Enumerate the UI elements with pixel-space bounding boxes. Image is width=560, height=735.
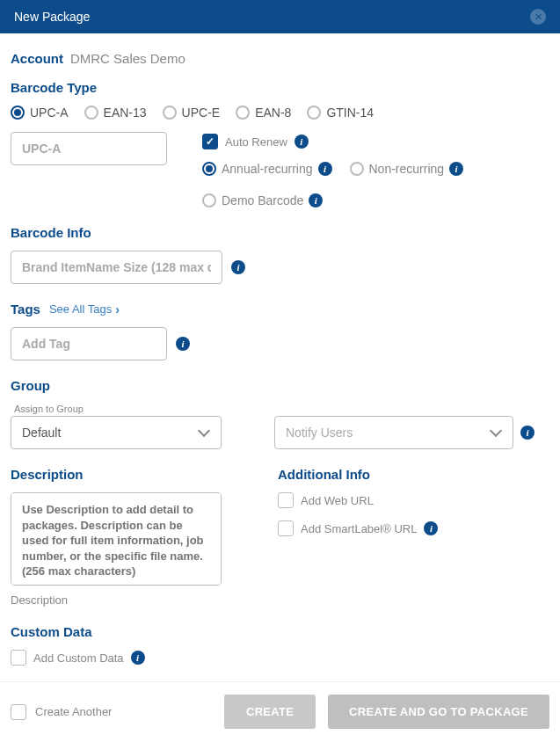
group-title: Group [11,378,549,393]
radio-icon [202,193,216,207]
auto-renew-row: Auto Renew i [202,134,549,149]
info-icon[interactable]: i [520,426,535,440]
radio-annual-recurring[interactable]: Annual-recurringi [202,162,332,176]
description-helper: Description [11,593,222,607]
barcode-type-title: Barcode Type [11,80,549,95]
radio-label: EAN-8 [255,106,291,120]
radio-icon [236,106,250,120]
dialog-content: Account DMRC Sales Demo Barcode Type UPC… [0,33,560,681]
add-custom-data-label: Add Custom Data [33,651,124,665]
dialog-footer: Create Another CREATE CREATE AND GO TO P… [0,681,560,735]
description-section: Description Description [11,467,222,607]
auto-renew-checkbox[interactable] [202,134,218,149]
info-icon[interactable]: i [176,337,190,351]
add-web-url-label: Add Web URL [301,494,374,507]
radio-non-recurring[interactable]: Non-recurringi [350,162,464,176]
add-web-url-checkbox[interactable] [278,492,294,508]
barcode-info-section: Barcode Info i [11,225,549,284]
radio-upc-e[interactable]: UPC-E [163,106,221,120]
radio-icon [163,106,177,120]
radio-ean-13[interactable]: EAN-13 [84,106,147,120]
radio-label: UPC-A [30,106,69,120]
barcode-info-title: Barcode Info [11,225,549,240]
notify-users-placeholder: Notify Users [286,426,353,440]
add-web-url-row: Add Web URL [278,492,438,508]
info-icon[interactable]: i [424,521,438,535]
radio-label: Demo Barcode [222,193,303,207]
radio-icon [11,106,25,120]
custom-data-section: Custom Data Add Custom Data i [11,624,549,666]
radio-label: Annual-recurring [222,162,313,176]
description-title: Description [11,467,222,482]
radio-icon [350,162,364,176]
dialog-header: New Package ✕ [0,0,560,33]
info-icon[interactable]: i [449,162,463,176]
radio-icon [202,162,216,176]
info-icon[interactable]: i [131,651,145,665]
info-icon[interactable]: i [318,162,332,176]
add-tag-input[interactable] [11,327,167,360]
assign-group-label: Assign to Group [14,404,222,414]
custom-data-title: Custom Data [11,624,549,639]
barcode-type-section: Barcode Type UPC-A EAN-13 UPC-E EAN-8 GT… [11,80,549,207]
group-section: Group Assign to Group Default Notify Use… [11,378,549,449]
barcode-type-radios: UPC-A EAN-13 UPC-E EAN-8 GTIN-14 [11,106,549,120]
additional-info-title: Additional Info [278,467,438,482]
dialog-title: New Package [14,10,90,24]
create-another-checkbox[interactable] [11,704,26,720]
barcode-type-input[interactable] [11,132,167,165]
barcode-info-input[interactable] [11,251,222,284]
account-label: Account [11,51,63,66]
add-smartlabel-row: Add SmartLabel® URL i [278,520,438,536]
add-smartlabel-checkbox[interactable] [278,520,294,536]
see-all-tags-link[interactable]: See All Tags › [49,302,120,317]
tags-section: Tags See All Tags › i [11,302,549,360]
auto-renew-label: Auto Renew [225,135,287,149]
info-icon[interactable]: i [309,193,323,207]
radio-label: Non-recurring [369,162,445,176]
notify-users-select[interactable]: Notify Users [274,416,513,449]
radio-gtin-14[interactable]: GTIN-14 [307,106,374,120]
create-and-go-button[interactable]: CREATE AND GO TO PACKAGE [328,695,549,729]
radio-upc-a[interactable]: UPC-A [11,106,69,120]
add-smartlabel-label: Add SmartLabel® URL [301,522,417,535]
additional-info-section: Additional Info Add Web URL Add SmartLab… [278,467,438,536]
account-line: Account DMRC Sales Demo [11,51,549,66]
create-button[interactable]: CREATE [224,695,316,729]
assign-group-select[interactable]: Default [11,416,222,449]
radio-label: EAN-13 [104,106,147,120]
radio-icon [84,106,98,120]
assign-group-value: Default [22,426,61,440]
description-textarea[interactable] [11,492,222,586]
chevron-right-icon: › [115,302,120,317]
add-custom-data-row: Add Custom Data i [11,650,549,666]
see-all-label: See All Tags [49,302,112,316]
info-icon[interactable]: i [231,260,245,274]
tags-title: Tags [11,302,40,317]
radio-label: UPC-E [182,106,221,120]
create-another-label: Create Another [35,705,112,718]
info-icon[interactable]: i [295,135,309,149]
radio-icon [307,106,321,120]
add-custom-data-checkbox[interactable] [11,650,26,666]
radio-ean-8[interactable]: EAN-8 [236,106,291,120]
close-icon[interactable]: ✕ [530,9,546,25]
account-name: DMRC Sales Demo [70,51,185,66]
radio-label: GTIN-14 [326,106,374,120]
radio-demo-barcode[interactable]: Demo Barcodei [202,193,323,207]
desc-addl-row: Description Description Additional Info … [11,467,549,607]
